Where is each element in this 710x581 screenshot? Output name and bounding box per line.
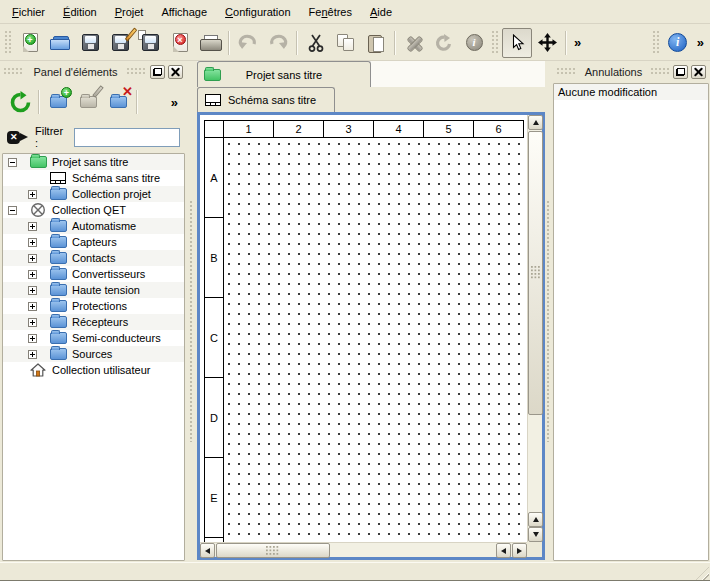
right-splitter-handle[interactable] xyxy=(545,61,553,562)
elements-panel-titlebar[interactable]: Panel d'éléments xyxy=(0,61,187,82)
menu-item-fenetres[interactable]: Fenêtres xyxy=(300,2,361,22)
save-all-button[interactable] xyxy=(135,28,165,58)
undo-button[interactable] xyxy=(233,28,263,58)
toolbar-drag-handle[interactable] xyxy=(5,31,12,55)
tree-item-semi-conducteurs[interactable]: Semi-conducteurs xyxy=(3,330,184,346)
scroll-left-button-right[interactable] xyxy=(496,543,511,558)
tree-item-recepteurs[interactable]: Récepteurs xyxy=(3,314,184,330)
tree-item-projet-sans-titre[interactable]: Projet sans titre xyxy=(3,154,184,170)
tab-schema-sans-titre[interactable]: Schéma sans titre xyxy=(197,87,335,112)
tree-item-schema-sans-titre[interactable]: Schéma sans titre xyxy=(3,170,184,186)
project-folder-icon xyxy=(204,69,221,81)
vertical-scroll-thumb[interactable] xyxy=(528,131,543,415)
tree-item-protections[interactable]: Protections xyxy=(3,298,184,314)
float-panel-button[interactable] xyxy=(673,65,688,79)
copy-button[interactable] xyxy=(331,28,361,58)
new-document-icon: + xyxy=(23,33,38,52)
undo-icon xyxy=(238,34,258,51)
close-icon xyxy=(694,67,703,76)
print-button[interactable] xyxy=(195,28,225,58)
new-document-button[interactable]: + xyxy=(15,28,45,58)
column-label: 6 xyxy=(474,120,524,138)
expand-expander-icon[interactable] xyxy=(28,190,37,199)
scroll-right-button[interactable] xyxy=(512,543,527,558)
menu-item-fichier[interactable]: Fichier xyxy=(3,2,54,22)
scroll-down-button[interactable] xyxy=(528,527,543,542)
menu-item-projet[interactable]: Projet xyxy=(106,2,153,22)
tree-item-convertisseurs[interactable]: Convertisseurs xyxy=(3,266,184,282)
open-project-button[interactable] xyxy=(45,28,75,58)
about-qelectrotech-button[interactable]: i xyxy=(663,28,693,58)
rotate-selection-button[interactable] xyxy=(429,28,459,58)
toolbar-drag-handle[interactable] xyxy=(653,31,660,55)
horizontal-scroll-thumb[interactable] xyxy=(216,543,330,558)
thumb-grip xyxy=(531,266,540,280)
paste-button[interactable] xyxy=(361,28,391,58)
left-splitter-handle[interactable] xyxy=(187,61,197,562)
undo-list-item[interactable]: Aucune modification xyxy=(554,84,708,100)
new-category-button[interactable]: + xyxy=(43,87,73,117)
tree-item-capteurs[interactable]: Capteurs xyxy=(3,234,184,250)
element-information-button[interactable]: i xyxy=(459,28,489,58)
expand-expander-icon[interactable] xyxy=(28,222,37,231)
row-label: A xyxy=(205,138,223,218)
redo-button[interactable] xyxy=(263,28,293,58)
toolbar-drag-handle[interactable] xyxy=(492,31,499,55)
clear-filter-button[interactable]: ✕ xyxy=(7,130,28,145)
close-panel-button[interactable] xyxy=(691,65,706,79)
scroll-up-button[interactable] xyxy=(528,115,543,130)
close-panel-button[interactable] xyxy=(168,65,183,79)
collapse-expander-icon[interactable] xyxy=(8,206,17,215)
move-view-mode-button[interactable] xyxy=(532,28,562,58)
expand-expander-icon[interactable] xyxy=(28,318,37,327)
down-arrow-icon xyxy=(533,532,539,537)
open-folder-icon xyxy=(50,36,70,50)
resize-grip[interactable] xyxy=(696,567,709,580)
filter-input[interactable] xyxy=(74,128,180,147)
menu-item-configuration[interactable]: Configuration xyxy=(216,2,299,22)
edit-element-button[interactable] xyxy=(73,87,103,117)
toolbar-overflow-button[interactable]: » xyxy=(570,35,585,50)
expand-expander-icon[interactable] xyxy=(28,270,37,279)
delete-selection-button[interactable] xyxy=(399,28,429,58)
scroll-left-button[interactable] xyxy=(200,543,215,558)
left-arrow-icon xyxy=(205,548,210,554)
menu-item-aide[interactable]: Aide xyxy=(361,2,401,22)
expand-expander-icon[interactable] xyxy=(28,302,37,311)
menu-item-edition[interactable]: Édition xyxy=(54,2,106,22)
undo-history-list: Aucune modification xyxy=(553,83,709,561)
delete-category-button[interactable]: ✕ xyxy=(103,87,133,117)
scroll-up-button-bottom[interactable] xyxy=(528,512,543,527)
vertical-scrollbar xyxy=(527,115,542,542)
select-mode-button[interactable] xyxy=(502,28,532,58)
save-as-button[interactable] xyxy=(105,28,135,58)
thumb-grip xyxy=(266,546,280,555)
reload-collections-button[interactable] xyxy=(5,87,35,117)
info-gray-icon: i xyxy=(466,34,483,51)
panel-toolbar-overflow-button[interactable]: » xyxy=(167,95,182,110)
tree-item-collection-qet[interactable]: Collection QET xyxy=(3,202,184,218)
folder-icon xyxy=(50,316,67,328)
expand-expander-icon[interactable] xyxy=(28,254,37,263)
float-panel-button[interactable] xyxy=(150,65,165,79)
tree-item-sources[interactable]: Sources xyxy=(3,346,184,362)
collapse-expander-icon[interactable] xyxy=(8,158,17,167)
tab-projet-sans-titre[interactable]: Projet sans titre xyxy=(197,61,371,87)
menu-item-affichage[interactable]: Affichage xyxy=(152,2,216,22)
tree-item-contacts[interactable]: Contacts xyxy=(3,250,184,266)
save-button[interactable] xyxy=(75,28,105,58)
tree-item-collection-projet[interactable]: Collection projet xyxy=(3,186,184,202)
close-file-button[interactable]: × xyxy=(165,28,195,58)
tree-item-haute-tension[interactable]: Haute tension xyxy=(3,282,184,298)
tree-item-automatisme[interactable]: Automatisme xyxy=(3,218,184,234)
toolbar-overflow-button[interactable]: » xyxy=(693,35,708,50)
tree-item-collection-utilisateur[interactable]: Collection utilisateur xyxy=(3,362,184,378)
expand-expander-icon[interactable] xyxy=(28,238,37,247)
expand-expander-icon[interactable] xyxy=(28,334,37,343)
undo-panel-titlebar[interactable]: Annulations xyxy=(553,61,710,82)
column-label: 4 xyxy=(374,120,424,138)
expand-expander-icon[interactable] xyxy=(28,350,37,359)
cut-button[interactable] xyxy=(301,28,331,58)
expand-expander-icon[interactable] xyxy=(28,286,37,295)
schema-canvas[interactable]: 1 2 3 4 5 6 A B C D E xyxy=(200,115,527,542)
